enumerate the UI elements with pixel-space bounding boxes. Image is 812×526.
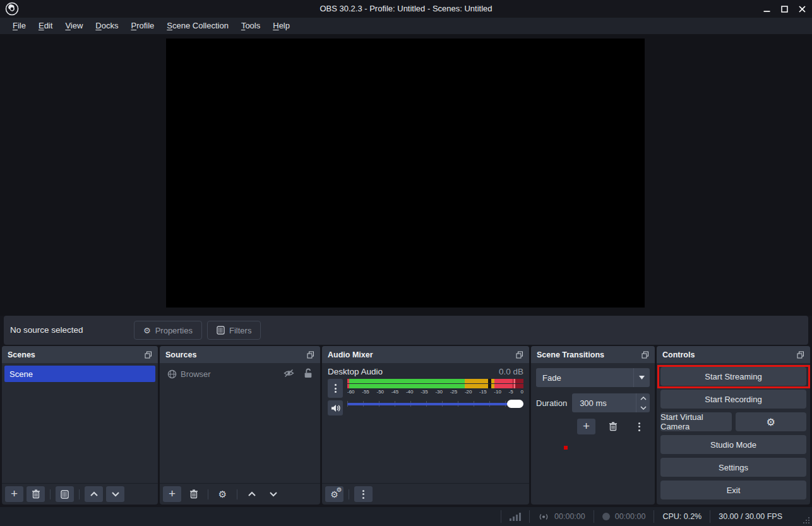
minimize-button[interactable] — [758, 0, 775, 18]
transition-selected-value: Fade — [536, 373, 561, 383]
scenes-panel-header[interactable]: Scenes — [2, 346, 158, 363]
menu-file[interactable]: File — [6, 18, 32, 34]
duration-value: 300 ms — [572, 393, 636, 412]
start-recording-button[interactable]: Start Recording — [660, 390, 806, 409]
menu-view[interactable]: View — [59, 18, 89, 34]
maximize-button[interactable] — [775, 0, 793, 18]
scene-transitions-panel-header[interactable]: Scene Transitions — [531, 346, 655, 363]
kebab-menu-icon — [638, 422, 640, 431]
add-scene-button[interactable]: + — [5, 486, 23, 502]
menu-docks[interactable]: Docks — [89, 18, 124, 34]
start-virtual-camera-button[interactable]: Start Virtual Camera — [660, 412, 732, 431]
studio-mode-button[interactable]: Studio Mode — [660, 435, 806, 454]
preview-area — [0, 34, 812, 316]
menu-profile[interactable]: Profile — [124, 18, 160, 34]
dock-area: Scenes Scene + — [0, 345, 812, 507]
toolbar-separator — [349, 489, 349, 499]
volume-slider[interactable] — [347, 398, 523, 409]
scene-list: Scene — [2, 363, 158, 484]
sources-panel-header[interactable]: Sources — [160, 346, 320, 363]
duration-increase-button[interactable] — [636, 393, 650, 403]
remove-scene-button[interactable] — [27, 486, 45, 502]
start-streaming-button[interactable]: Start Streaming — [660, 367, 806, 386]
filters-button[interactable]: Filters — [207, 321, 261, 340]
status-bar: 00:00:00 00:00:00 CPU: 0.2% 30.00 / 30.0… — [0, 507, 812, 526]
source-list: Browser — [160, 363, 320, 484]
settings-button[interactable]: Settings — [660, 458, 806, 477]
trash-icon — [609, 422, 618, 431]
preview-canvas[interactable] — [166, 39, 645, 308]
remove-transition-button[interactable] — [604, 419, 622, 434]
lock-toggle[interactable] — [304, 368, 313, 380]
menu-help[interactable]: Help — [266, 18, 296, 34]
scene-transitions-panel: Scene Transitions Fade Duration — [531, 346, 655, 505]
advanced-audio-button[interactable]: ⚙⚙ — [325, 486, 343, 502]
plus-icon: + — [169, 487, 176, 499]
menu-tools[interactable]: Tools — [235, 18, 266, 34]
sources-toolbar: + ⚙ — [160, 484, 320, 505]
scene-filters-button[interactable] — [56, 486, 74, 502]
toolbar-separator — [237, 489, 237, 499]
dock-float-icon — [307, 351, 314, 359]
exit-button[interactable]: Exit — [660, 481, 806, 499]
scenes-toolbar: + — [2, 484, 158, 505]
scene-move-down-button[interactable] — [106, 486, 124, 502]
red-dot-marker — [564, 446, 568, 450]
chevron-up-icon — [640, 397, 647, 400]
combo-dropdown-button[interactable] — [633, 368, 650, 387]
slider-track[interactable] — [347, 403, 523, 405]
controls-panel-header[interactable]: Controls — [657, 346, 810, 363]
kebab-menu-icon — [362, 490, 364, 499]
mixer-channel: Desktop Audio 0.0 dB — [322, 363, 529, 484]
controls-panel: Controls Start Streaming Start Recording… — [657, 346, 810, 505]
filter-icon — [217, 326, 225, 335]
gear-icon: ⚙ — [218, 489, 227, 500]
transition-menu-button[interactable] — [630, 419, 648, 434]
close-button[interactable] — [793, 0, 811, 18]
add-source-button[interactable]: + — [163, 486, 181, 502]
scene-list-item[interactable]: Scene — [4, 366, 155, 382]
slider-handle[interactable] — [507, 400, 523, 408]
scenes-panel: Scenes Scene + — [2, 346, 158, 505]
meter-scale: -60-55-50-45-40-35-30-25-20-15-10-50 — [347, 389, 523, 395]
menu-scene-collection[interactable]: Scene Collection — [160, 18, 235, 34]
virtual-camera-config-button[interactable]: ⚙ — [736, 412, 807, 431]
dock-float-icon — [516, 351, 523, 359]
duration-spinbox[interactable]: 300 ms — [572, 393, 650, 412]
scene-move-up-button[interactable] — [85, 486, 103, 502]
audio-mixer-panel-header[interactable]: Audio Mixer — [322, 346, 529, 363]
kebab-menu-icon — [335, 384, 337, 393]
record-timer: 00:00:00 — [594, 510, 654, 523]
add-transition-button[interactable]: + — [577, 419, 595, 434]
stream-time-value: 00:00:00 — [554, 512, 585, 521]
source-move-up-button[interactable] — [242, 486, 261, 502]
dock-float-icon — [145, 351, 152, 359]
transition-select[interactable]: Fade — [536, 368, 650, 387]
source-properties-button[interactable]: ⚙ — [213, 486, 232, 502]
signal-bars-icon — [510, 513, 521, 521]
chevron-down-icon — [111, 491, 120, 497]
resize-grip[interactable] — [803, 517, 810, 524]
cpu-usage: CPU: 0.2% — [654, 510, 710, 523]
channel-menu-button[interactable] — [328, 379, 343, 398]
chevron-down-icon — [640, 406, 647, 410]
globe-icon — [167, 369, 177, 379]
plus-icon: + — [583, 420, 590, 432]
toolbar-separator — [79, 489, 80, 499]
visibility-toggle[interactable] — [283, 369, 295, 380]
remove-source-button[interactable] — [184, 486, 203, 502]
volume-meter-right — [347, 384, 523, 388]
source-move-down-button[interactable] — [264, 486, 282, 502]
menu-edit[interactable]: Edit — [32, 18, 59, 34]
chevron-up-icon — [248, 491, 256, 497]
mute-button[interactable] — [328, 400, 343, 415]
audio-source-name: Desktop Audio — [328, 367, 383, 376]
properties-button[interactable]: ⚙ Properties — [134, 321, 202, 340]
unlock-icon — [304, 368, 313, 378]
duration-decrease-button[interactable] — [636, 403, 650, 412]
chevron-up-icon — [90, 491, 99, 497]
source-list-item[interactable]: Browser — [162, 366, 318, 382]
dock-float-icon — [797, 351, 804, 359]
mixer-menu-button[interactable] — [354, 486, 373, 502]
mixer-toolbar: ⚙⚙ — [322, 484, 529, 505]
